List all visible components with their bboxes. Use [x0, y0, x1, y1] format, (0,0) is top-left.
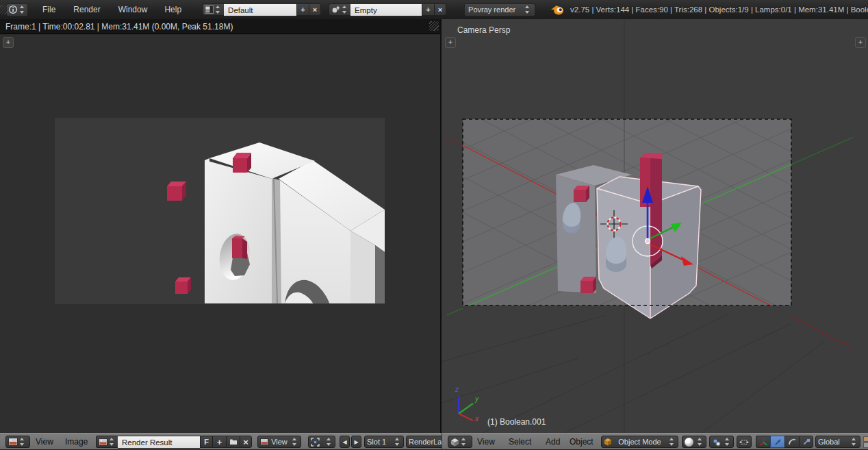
- solid-shading-icon: [685, 438, 693, 447]
- editor-type-selector-image[interactable]: [5, 436, 30, 448]
- transform-orientation-select[interactable]: Global: [815, 436, 860, 448]
- scene-name-field[interactable]: Empty: [350, 3, 422, 16]
- gizmo-x-label: x: [475, 415, 478, 423]
- scale-arrow-icon: [802, 438, 810, 447]
- scene-statistics: v2.75 | Verts:144 | Faces:90 | Tris:268 …: [570, 5, 868, 14]
- 3d-view-icon: [450, 438, 459, 447]
- chevron-updown-icon: [342, 5, 347, 14]
- menu-help[interactable]: Help: [164, 5, 181, 14]
- menu-object[interactable]: Object: [570, 437, 593, 447]
- chevron-updown-icon: [19, 5, 25, 14]
- info-header: File Render Window Help Default + ×: [0, 0, 868, 20]
- scale-manipulator-button[interactable]: [799, 436, 813, 448]
- render-floating-cube-2: [175, 277, 191, 294]
- screen-layout-icon: [205, 5, 214, 14]
- image-datablock-widget: Render Result F + ×: [96, 436, 252, 449]
- open-image-button[interactable]: [226, 436, 240, 448]
- object-mode-icon: [604, 438, 612, 446]
- image-editor-area[interactable]: +: [0, 34, 442, 433]
- render-result-image: [55, 118, 385, 304]
- center-points-icon: [739, 438, 749, 446]
- pivot-point-icon: [712, 438, 721, 447]
- previous-slot-button[interactable]: ◀: [340, 436, 350, 448]
- menu-window[interactable]: Window: [118, 5, 148, 14]
- rotate-manipulator-button[interactable]: [784, 436, 799, 448]
- menu-add[interactable]: Add: [546, 437, 560, 447]
- editor-type-selector-3dview[interactable]: [448, 436, 472, 448]
- menu-view[interactable]: View: [477, 437, 495, 447]
- chevron-updown-icon: [215, 5, 220, 14]
- screen-layout-delete-button[interactable]: ×: [309, 3, 321, 16]
- manipulator-axis-icon: [759, 438, 768, 447]
- rotate-arc-icon: [788, 438, 797, 447]
- menu-file[interactable]: File: [42, 5, 55, 14]
- next-slot-button[interactable]: ▶: [351, 436, 361, 448]
- image-name-field[interactable]: Render Result: [118, 436, 200, 449]
- area-divider[interactable]: [440, 19, 442, 450]
- viewport-canvas[interactable]: [442, 19, 868, 433]
- screen-layout-browse-button[interactable]: [202, 3, 224, 16]
- scene-browse-button[interactable]: [329, 3, 350, 16]
- image-pin-icon: [260, 438, 268, 445]
- folder-icon: [229, 438, 238, 445]
- small-red-cube-1[interactable]: [574, 186, 589, 202]
- menu-view[interactable]: View: [36, 437, 53, 447]
- screen-layout-name-field[interactable]: Default: [224, 3, 296, 16]
- expand-panel-button[interactable]: +: [445, 37, 456, 48]
- display-mode-select[interactable]: View: [257, 436, 301, 448]
- menu-select[interactable]: Select: [509, 437, 531, 447]
- layers-widget[interactable]: [863, 436, 868, 448]
- blender-logo: [550, 4, 564, 16]
- render-info-bar: Frame:1 | Time:00:02.81 | Mem:31.41M (0.…: [0, 19, 442, 34]
- translate-arrow-icon: [774, 438, 782, 447]
- menu-render[interactable]: Render: [73, 5, 100, 14]
- manipulator-toggle-button[interactable]: [756, 436, 770, 448]
- info-icon: [8, 5, 18, 14]
- gizmo-y-label: y: [475, 395, 478, 403]
- gizmo-z-label: z: [455, 386, 459, 393]
- screen-layout-widget: Default + ×: [202, 3, 321, 16]
- render-slot-select[interactable]: Slot 1: [364, 436, 404, 448]
- small-red-cube-2[interactable]: [580, 277, 596, 293]
- render-layer-select[interactable]: RenderLay: [406, 436, 442, 448]
- render-floating-cube-1: [167, 182, 186, 201]
- viewport-shading-select[interactable]: [682, 436, 706, 448]
- chevron-updown-icon: [524, 5, 530, 14]
- display-channels-select[interactable]: [308, 436, 335, 448]
- area-corner-grip[interactable]: [429, 21, 439, 31]
- image-icon: [99, 438, 107, 446]
- new-image-button[interactable]: +: [212, 436, 226, 448]
- render-cube-on-top: [233, 153, 251, 173]
- corner-grip[interactable]: [0, 5, 10, 14]
- active-object-name: (1) Boolean.001: [487, 417, 546, 427]
- menu-image[interactable]: Image: [65, 437, 88, 447]
- fake-user-button[interactable]: F: [200, 436, 212, 448]
- manipulate-center-points-toggle[interactable]: [737, 436, 752, 448]
- viewport-area[interactable]: Camera Persp (1) Boolean.001 z y x + +: [442, 19, 868, 433]
- blender-window: File Render Window Help Default + ×: [0, 0, 868, 450]
- manipulator-toggles: [756, 436, 813, 448]
- scene-widget: Empty + ×: [329, 3, 446, 16]
- scene-add-button[interactable]: +: [422, 3, 434, 16]
- scene-icon: [331, 5, 340, 14]
- scene-delete-button[interactable]: ×: [434, 3, 446, 16]
- image-editor-icon: [8, 438, 18, 446]
- expand-panel-button[interactable]: +: [3, 37, 14, 48]
- interaction-mode-select[interactable]: Object Mode: [601, 436, 678, 448]
- object-origin-dot: [645, 238, 650, 243]
- screen-layout-add-button[interactable]: +: [296, 3, 309, 16]
- translate-manipulator-button[interactable]: [770, 436, 784, 448]
- viewport-view-name: Camera Persp: [457, 25, 510, 35]
- pivot-point-select[interactable]: [709, 436, 734, 448]
- render-display-icon: [311, 438, 320, 447]
- expand-panel-button[interactable]: +: [855, 37, 866, 48]
- render-engine-select[interactable]: Povray render: [464, 3, 535, 16]
- unlink-image-button[interactable]: ×: [240, 436, 252, 448]
- image-editor-header: View Image Render Result F + ×: [0, 433, 442, 450]
- image-browse-button[interactable]: [96, 436, 118, 448]
- viewport-header: View Select Add Object Object Mode: [442, 433, 868, 450]
